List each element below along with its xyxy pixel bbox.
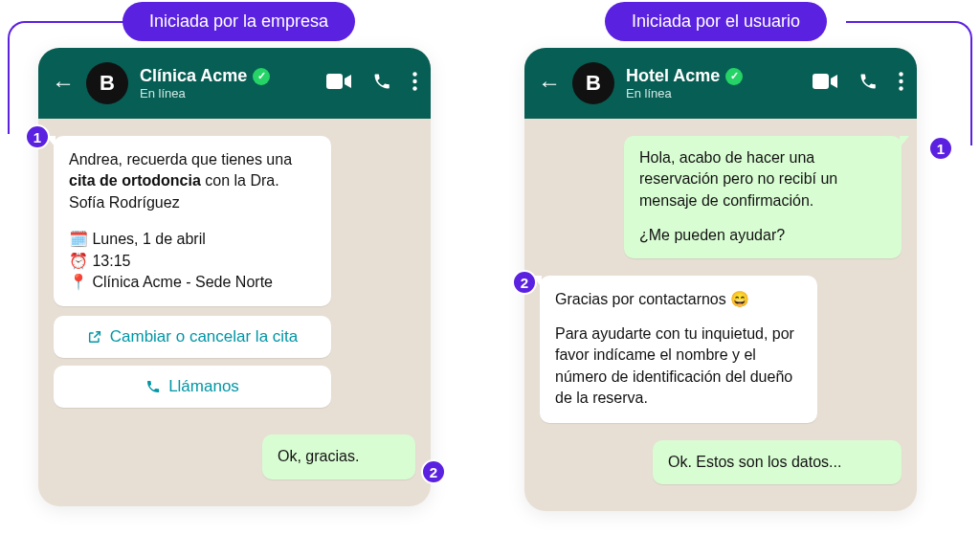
more-icon[interactable] xyxy=(412,72,417,95)
back-icon[interactable]: ← xyxy=(538,70,561,97)
button-label: Cambiar o cancelar la cita xyxy=(110,327,299,346)
chat-body: Andrea, recuerda que tienes una cita de … xyxy=(38,119,431,506)
verified-icon: ✓ xyxy=(725,68,743,85)
avatar[interactable]: B xyxy=(86,62,128,104)
svg-rect-0 xyxy=(326,74,343,89)
header-actions xyxy=(326,72,417,95)
call-us-button[interactable]: Llámanos xyxy=(54,366,331,408)
outgoing-reply: Ok, gracias. xyxy=(262,435,415,479)
user-message: Hola, acabo de hacer una reservación per… xyxy=(624,136,902,258)
svg-point-6 xyxy=(899,79,902,83)
chat-body: Hola, acabo de hacer una reservación per… xyxy=(524,119,917,511)
svg-point-3 xyxy=(412,86,416,90)
voice-call-icon[interactable] xyxy=(372,72,391,95)
svg-point-1 xyxy=(412,72,416,76)
chat-header: ← B Hotel Acme ✓ En línea xyxy=(524,48,917,119)
label-user-initiated: Iniciada por el usuario xyxy=(605,2,827,41)
back-icon[interactable]: ← xyxy=(52,70,75,97)
step-badge-2: 2 xyxy=(421,459,446,484)
step-badge-1: 1 xyxy=(25,124,50,149)
status-text: En línea xyxy=(626,86,801,100)
bot-msg-p1: Gracias por contactarnos 😄 xyxy=(555,289,802,310)
button-label: Llámanos xyxy=(168,377,239,396)
title-block[interactable]: Hotel Acme ✓ En línea xyxy=(626,66,801,100)
phone-business: ← B Clínica Acme ✓ En línea Andrea, recu… xyxy=(38,48,431,506)
more-icon[interactable] xyxy=(899,72,903,95)
svg-point-7 xyxy=(899,86,902,90)
incoming-message: Andrea, recuerda que tienes una cita de … xyxy=(54,136,331,306)
user-msg-p2: ¿Me pueden ayudar? xyxy=(639,225,886,246)
video-call-icon[interactable] xyxy=(326,73,351,94)
svg-rect-4 xyxy=(813,74,829,89)
detail-time: ⏰ 13:15 xyxy=(69,251,316,272)
outgoing-reply: Ok. Estos son los datos... xyxy=(653,440,902,484)
chat-name: Clínica Acme xyxy=(140,66,247,86)
phone-icon xyxy=(145,379,161,394)
header-actions xyxy=(813,72,903,95)
avatar[interactable]: B xyxy=(572,62,614,104)
voice-call-icon[interactable] xyxy=(858,72,878,95)
msg-text: Andrea, recuerda que tienes una xyxy=(69,151,292,167)
msg-bold: cita de ortodoncia xyxy=(69,172,201,189)
step-badge-2: 2 xyxy=(512,270,537,295)
bot-message: Gracias por contactarnos 😄 Para ayudarte… xyxy=(540,276,817,423)
label-business-initiated: Iniciada por la empresa xyxy=(122,2,355,41)
bot-msg-p2: Para ayudarte con tu inquietud, por favo… xyxy=(555,323,802,410)
user-msg-p1: Hola, acabo de hacer una reservación per… xyxy=(639,147,886,212)
chat-name: Hotel Acme xyxy=(626,66,720,86)
svg-point-5 xyxy=(899,72,902,76)
title-block[interactable]: Clínica Acme ✓ En línea xyxy=(140,66,315,100)
verified-icon: ✓ xyxy=(253,68,270,85)
step-badge-1: 1 xyxy=(928,136,953,161)
status-text: En línea xyxy=(140,86,315,100)
detail-place: 📍 Clínica Acme - Sede Norte xyxy=(69,272,316,293)
chat-header: ← B Clínica Acme ✓ En línea xyxy=(38,48,431,119)
svg-point-2 xyxy=(412,79,416,83)
external-link-icon xyxy=(87,329,102,345)
change-appointment-button[interactable]: Cambiar o cancelar la cita xyxy=(54,316,331,358)
video-call-icon[interactable] xyxy=(813,73,837,94)
detail-date: 🗓️ Lunes, 1 de abril xyxy=(69,229,316,250)
phone-user: ← B Hotel Acme ✓ En línea Hola, acabo de… xyxy=(524,48,917,511)
